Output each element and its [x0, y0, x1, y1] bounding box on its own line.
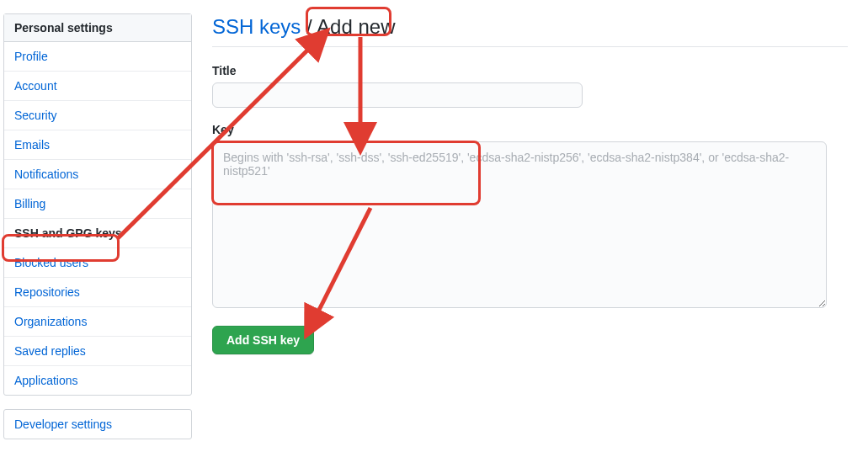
- add-ssh-key-button[interactable]: Add SSH key: [212, 326, 314, 354]
- title-input[interactable]: [212, 82, 583, 108]
- sidebar-item-saved-replies[interactable]: Saved replies: [4, 337, 191, 366]
- sidebar-item-billing[interactable]: Billing: [4, 189, 191, 219]
- settings-sidebar: Personal settings Profile Account Securi…: [3, 13, 192, 452]
- sidebar-item-applications[interactable]: Applications: [4, 366, 191, 395]
- page-title: SSH keys / Add new: [212, 13, 848, 40]
- breadcrumb-current: Add new: [317, 15, 395, 38]
- key-textarea[interactable]: [212, 141, 827, 308]
- title-field-group: Title: [212, 64, 848, 108]
- key-field-group: Key: [212, 123, 848, 311]
- sidebar-item-emails[interactable]: Emails: [4, 130, 191, 160]
- title-label: Title: [212, 64, 848, 77]
- sidebar-item-developer-settings[interactable]: Developer settings: [4, 410, 191, 439]
- sidebar-item-profile[interactable]: Profile: [4, 42, 191, 72]
- sidebar-item-security[interactable]: Security: [4, 101, 191, 130]
- sidebar-item-repositories[interactable]: Repositories: [4, 278, 191, 307]
- key-label: Key: [212, 123, 848, 136]
- sidebar-item-notifications[interactable]: Notifications: [4, 160, 191, 189]
- breadcrumb-sep: /: [301, 15, 317, 38]
- sidebar-item-organizations[interactable]: Organizations: [4, 307, 191, 337]
- breadcrumb-link[interactable]: SSH keys: [212, 15, 301, 38]
- sidebar-item-account[interactable]: Account: [4, 72, 191, 101]
- developer-settings-nav: Developer settings: [3, 409, 192, 439]
- sidebar-item-blocked-users[interactable]: Blocked users: [4, 248, 191, 278]
- page-header: SSH keys / Add new: [212, 13, 848, 47]
- sidebar-header: Personal settings: [4, 14, 191, 42]
- sidebar-item-ssh-gpg-keys[interactable]: SSH and GPG keys: [4, 219, 191, 248]
- personal-settings-nav: Personal settings Profile Account Securi…: [3, 13, 192, 396]
- main-content: SSH keys / Add new Title Key Add SSH key: [212, 13, 848, 452]
